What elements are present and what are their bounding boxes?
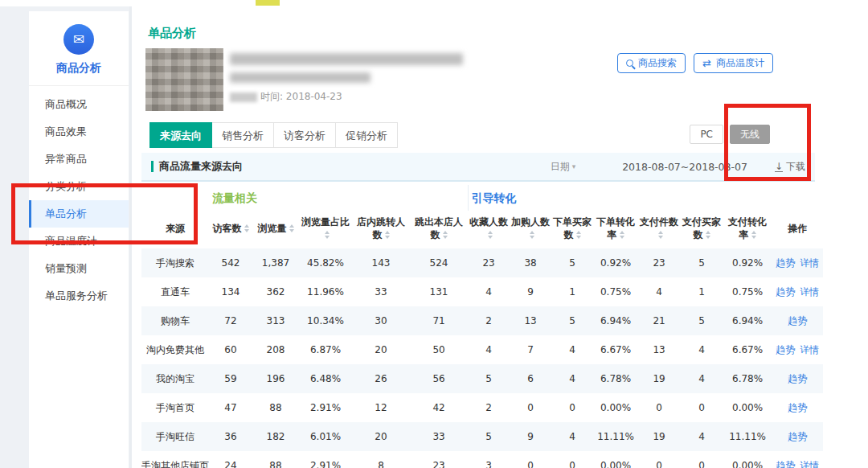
action-cell: 趋势详情 xyxy=(772,451,823,468)
sidebar-item[interactable]: 异常商品 xyxy=(29,146,129,173)
date-dropdown[interactable]: 日期 ▾ xyxy=(551,160,576,174)
tab-2[interactable]: 访客分析 xyxy=(274,122,336,148)
sort-down-arrow xyxy=(443,236,448,239)
action-link[interactable]: 趋势 xyxy=(776,257,795,269)
table-row: 手淘其他店铺页24882.91%8233000.00%000.00%趋势详情 xyxy=(141,451,823,468)
sort-icon[interactable] xyxy=(706,231,710,239)
value-cell: 33 xyxy=(410,422,468,451)
column-header: 浏览量 xyxy=(252,211,299,248)
value-cell: 6.48% xyxy=(299,364,352,393)
value-cell: 208 xyxy=(252,335,299,364)
sidebar-logo-label: 商品分析 xyxy=(29,61,129,76)
value-cell: 24 xyxy=(209,451,252,468)
sort-icon[interactable] xyxy=(751,231,756,239)
action-link[interactable]: 详情 xyxy=(800,460,819,468)
pc-button[interactable]: PC xyxy=(690,125,723,144)
value-cell: 143 xyxy=(352,248,410,277)
sort-icon[interactable] xyxy=(385,231,390,239)
sort-down-arrow xyxy=(658,236,663,239)
sidebar-item[interactable]: 商品概况 xyxy=(29,91,129,118)
sort-icon[interactable] xyxy=(576,231,581,239)
value-cell: 60 xyxy=(209,335,252,364)
value-cell: 6.94% xyxy=(723,306,772,335)
value-cell: 4 xyxy=(468,335,510,364)
value-cell: 23 xyxy=(638,248,680,277)
product-info-blurred: 时间: 2018-04-23 xyxy=(230,48,463,111)
sort-icon[interactable] xyxy=(620,231,624,239)
value-cell: 6.01% xyxy=(299,422,352,451)
sort-icon[interactable] xyxy=(658,231,663,239)
sidebar-item[interactable]: 销量预测 xyxy=(29,255,129,282)
table-row: 手淘旺信361826.01%203359411.11%19411.11%趋势 xyxy=(141,422,823,451)
main-content: 单品分析 时间: 2018-04-23 商品搜索 ⇄ 商品温度计 来 xyxy=(132,6,868,468)
action-link[interactable]: 趋势 xyxy=(788,373,807,384)
action-link[interactable]: 详情 xyxy=(800,257,819,269)
value-cell: 45.82% xyxy=(299,248,352,277)
sort-down-arrow xyxy=(385,236,390,239)
action-cell: 趋势 xyxy=(772,364,823,393)
product-search-button[interactable]: 商品搜索 xyxy=(617,53,686,73)
screen: ✉ 商品分析 商品概况商品效果异常商品分类分析单品分析商品温度计销量预测单品服务… xyxy=(0,0,868,468)
sort-icon[interactable] xyxy=(325,231,330,239)
value-cell: 2 xyxy=(468,393,510,422)
value-cell: 1,387 xyxy=(252,248,299,277)
action-link[interactable]: 趋势 xyxy=(788,315,807,326)
action-link[interactable]: 详情 xyxy=(800,286,819,298)
value-cell: 4 xyxy=(680,335,723,364)
sort-icon[interactable] xyxy=(244,224,249,232)
action-link[interactable]: 趋势 xyxy=(788,431,807,442)
sidebar-item[interactable]: 商品效果 xyxy=(29,118,129,146)
sort-down-arrow xyxy=(488,236,493,239)
sidebar-item[interactable]: 商品温度计 xyxy=(29,228,129,255)
sort-up-arrow xyxy=(244,224,249,228)
value-cell: 524 xyxy=(410,248,468,277)
source-cell: 淘内免费其他 xyxy=(141,335,209,364)
action-link[interactable]: 趋势 xyxy=(776,344,795,355)
column-header: 收藏人数 xyxy=(468,211,510,248)
action-link[interactable]: 趋势 xyxy=(776,460,795,468)
column-header: 浏览量占比 xyxy=(299,211,352,248)
action-link[interactable]: 详情 xyxy=(800,344,819,355)
value-cell: 5 xyxy=(468,422,510,451)
sort-icon[interactable] xyxy=(289,224,294,232)
source-cell: 手淘首页 xyxy=(141,393,209,422)
action-link[interactable]: 趋势 xyxy=(788,402,807,413)
value-cell: 0 xyxy=(680,393,723,422)
action-link[interactable]: 趋势 xyxy=(776,286,795,298)
column-header: 跳出本店人数 xyxy=(410,211,468,248)
sort-up-arrow xyxy=(576,231,581,234)
value-cell: 71 xyxy=(410,306,468,335)
download-label: 下载 xyxy=(786,160,805,174)
sort-down-arrow xyxy=(530,236,534,239)
value-cell: 0.75% xyxy=(593,277,638,306)
value-cell: 6.78% xyxy=(593,364,638,393)
value-cell: 5 xyxy=(680,248,723,277)
sort-icon[interactable] xyxy=(530,231,534,239)
tab-1[interactable]: 销售分析 xyxy=(212,122,274,148)
sidebar-item[interactable]: 单品分析 xyxy=(29,200,129,228)
sort-up-arrow xyxy=(289,224,294,228)
download-button[interactable]: ↓ 下载 xyxy=(775,160,805,174)
value-cell: 6.67% xyxy=(593,335,638,364)
value-cell: 0 xyxy=(638,451,680,468)
value-cell: 50 xyxy=(410,335,468,364)
column-header-row: 来源访客数浏览量浏览量占比店内跳转人数跳出本店人数收藏人数加购人数下单买家数下单… xyxy=(141,211,823,248)
sidebar-item[interactable]: 单品服务分析 xyxy=(29,282,129,310)
tab-3[interactable]: 促销分析 xyxy=(336,122,398,148)
source-cell: 购物车 xyxy=(141,306,209,335)
value-cell: 23 xyxy=(410,451,468,468)
traffic-table: 流量相关引导转化来源访客数浏览量浏览量占比店内跳转人数跳出本店人数收藏人数加购人… xyxy=(141,185,823,468)
sort-icon[interactable] xyxy=(488,231,493,239)
wireless-button[interactable]: 无线 xyxy=(730,125,770,144)
product-summary: 时间: 2018-04-23 xyxy=(145,48,463,111)
sidebar-item[interactable]: 分类分析 xyxy=(29,173,129,200)
value-cell: 2.91% xyxy=(299,393,352,422)
sort-icon[interactable] xyxy=(443,231,448,239)
action-column-header: 操作 xyxy=(772,211,823,248)
action-cell: 趋势详情 xyxy=(772,277,823,306)
product-thermometer-button[interactable]: ⇄ 商品温度计 xyxy=(694,53,773,73)
column-header: 加购人数 xyxy=(510,211,551,248)
source-cell: 手淘其他店铺页 xyxy=(141,451,209,468)
tab-0[interactable]: 来源去向 xyxy=(149,122,212,148)
top-actions: 商品搜索 ⇄ 商品温度计 xyxy=(617,53,773,73)
